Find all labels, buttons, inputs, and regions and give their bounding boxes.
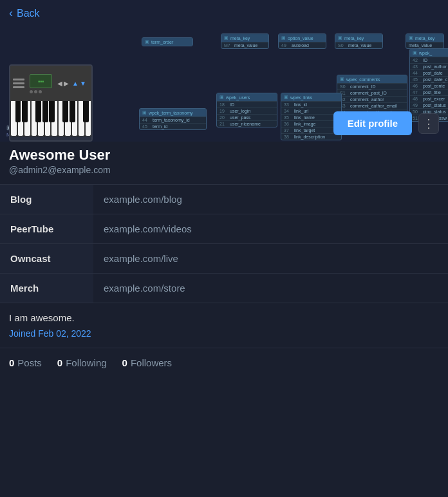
links-value-3: example.com/store: [93, 274, 448, 303]
db-table-option-value: option_value 49autoload: [278, 33, 326, 49]
piano-slider-2: [13, 82, 24, 84]
links-label-3: Merch: [0, 274, 93, 303]
piano-screen-text: ■■■: [38, 79, 44, 83]
links-value-1: example.com/videos: [93, 214, 448, 243]
piano-black-key: [15, 101, 21, 122]
piano-black-key: [22, 101, 28, 122]
stat-count-1: 0: [57, 357, 62, 368]
stat-item-posts[interactable]: 0 Posts: [9, 357, 42, 368]
edit-profile-button[interactable]: Edit profile: [333, 111, 412, 135]
piano-btn-2: [34, 90, 37, 93]
links-row[interactable]: Merch example.com/store: [0, 274, 448, 303]
user-handle: @admin2@example.com: [9, 165, 439, 175]
piano-screen: ■■■: [30, 74, 52, 88]
links-row[interactable]: PeerTube example.com/videos: [0, 214, 448, 244]
bio-section: I am awesome. Joined Feb 02, 2022: [0, 303, 448, 339]
db-table-wpek-term-taxonomy: wpek_term_taxonomy 44term_taxonomy_id 45…: [139, 108, 207, 130]
piano-arrows: ◀ ▶ ▲ ▼: [57, 80, 86, 87]
back-button[interactable]: ‹ Back: [9, 6, 40, 20]
profile-actions: Edit profile ⋮: [333, 111, 439, 135]
piano-keyboard: [10, 101, 91, 136]
piano-controls-panel: ■■■ ◀ ▶ ▲ ▼: [10, 66, 91, 101]
piano-black-key: [35, 101, 41, 122]
stat-label-2: Followers: [131, 357, 172, 368]
back-label: Back: [17, 8, 40, 19]
piano-slider-1: [13, 79, 24, 80]
stat-item-following[interactable]: 0 Following: [57, 357, 107, 368]
stat-label-1: Following: [66, 357, 106, 368]
avatar: ■■■ ◀ ▶ ▲ ▼: [9, 64, 93, 142]
stat-count-0: 0: [9, 357, 14, 368]
more-options-button[interactable]: ⋮: [418, 113, 439, 134]
db-table-meta1: meta_key M7meta_value: [221, 33, 269, 49]
db-table-wpek-posts: wpek_ 42ID 43post_author 44post_date 45p…: [409, 48, 448, 122]
banner-area: term_order meta_key M7meta_value option_…: [0, 0, 448, 142]
links-table: Blog example.com/blog PeerTube example.c…: [0, 184, 448, 303]
piano-black-key: [42, 101, 48, 122]
join-date: Joined Feb 02, 2022: [9, 328, 439, 339]
links-row[interactable]: Blog example.com/blog: [0, 185, 448, 214]
more-icon: ⋮: [423, 117, 435, 131]
links-label-0: Blog: [0, 185, 93, 214]
db-table-wpek-users: wpek_users 18ID 19user_login 20user_pass…: [216, 93, 277, 127]
piano-black-key: [70, 101, 75, 122]
username: Awesome User: [9, 147, 439, 164]
piano-btn-3: [39, 90, 42, 93]
db-table-meta3: meta_key meta_value: [406, 33, 444, 49]
piano-btn-1: [30, 90, 33, 93]
back-chevron-icon: ‹: [9, 6, 13, 20]
piano-buttons: [30, 90, 52, 93]
piano-slider-3: [13, 86, 24, 88]
db-table-term-order: term_order: [142, 37, 193, 46]
links-value-2: example.com/live: [93, 244, 448, 273]
db-table-meta2: meta_key S0meta_value: [335, 33, 383, 49]
stat-item-followers[interactable]: 0 Followers: [122, 357, 173, 368]
links-row[interactable]: Owncast example.com/live: [0, 244, 448, 274]
stat-count-2: 0: [122, 357, 127, 368]
bio-text: I am awesome.: [9, 312, 439, 323]
piano-black-key: [49, 101, 55, 122]
links-label-1: PeerTube: [0, 214, 93, 243]
piano-sliders: [13, 79, 24, 88]
links-value-0: example.com/blog: [93, 185, 448, 214]
stats-row: 0 Posts 0 Following 0 Followers: [0, 348, 448, 377]
piano-black-key: [83, 101, 89, 122]
links-label-2: Owncast: [0, 244, 93, 273]
piano-black-key: [62, 101, 68, 122]
stat-label-0: Posts: [17, 357, 42, 368]
profile-section: Awesome User @admin2@example.com: [0, 147, 448, 175]
